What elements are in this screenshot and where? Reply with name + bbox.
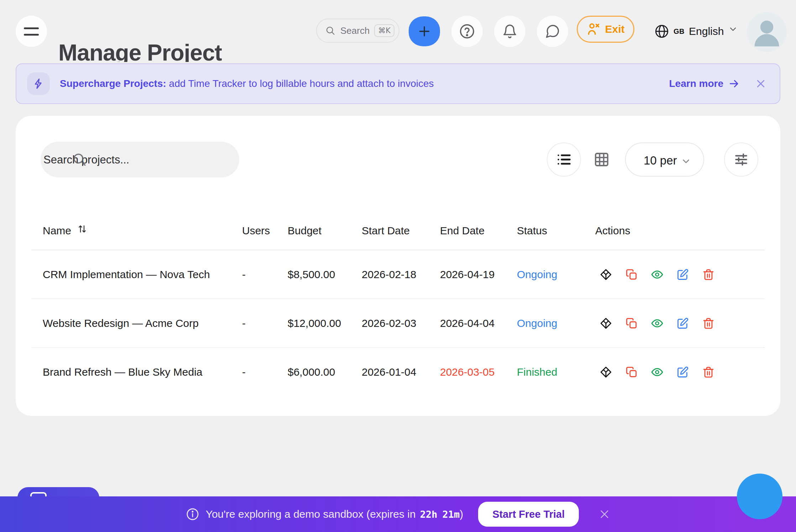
arrow-right-icon (728, 78, 740, 89)
info-icon (186, 507, 199, 521)
notifications-button[interactable] (494, 16, 525, 47)
copy-icon (625, 366, 638, 378)
column-header-start-date: Start Date (362, 225, 440, 237)
project-budget: $12,000.00 (288, 317, 362, 329)
delete-button[interactable] (702, 268, 714, 281)
trash-icon (702, 268, 714, 281)
eye-icon (651, 366, 663, 379)
search-icon (325, 26, 335, 36)
screen: Manage Project ⌘K Exit GB English Supe (0, 0, 796, 532)
project-start-date: 2026-02-18 (362, 268, 440, 281)
trash-icon (702, 317, 714, 329)
edit-button[interactable] (677, 268, 689, 281)
help-button[interactable] (451, 16, 483, 47)
page-title: Manage Project (58, 36, 222, 62)
trash-icon (702, 366, 714, 378)
edit-button[interactable] (677, 366, 689, 378)
projects-search[interactable] (41, 142, 239, 177)
hamburger-menu-button[interactable] (16, 16, 47, 47)
filter-button[interactable] (724, 142, 758, 177)
eye-icon (651, 317, 663, 330)
column-header-users: Users (242, 225, 288, 237)
global-search-input[interactable] (340, 25, 370, 37)
add-button[interactable] (409, 16, 440, 46)
edit-button[interactable] (677, 317, 689, 329)
promo-banner: Supercharge Projects: add Time Tracker t… (16, 63, 780, 104)
bell-icon (502, 24, 518, 39)
messages-button[interactable] (537, 16, 568, 47)
demo-sandbox-banner: You're exploring a demo sandbox (expires… (0, 496, 796, 532)
project-name: Website Redesign — Acme Corp (31, 317, 242, 329)
project-name: CRM Implementation — Nova Tech (31, 268, 242, 281)
chat-bubble-icon (545, 24, 560, 39)
copy-icon (625, 268, 638, 281)
filter-sliders-icon (734, 152, 749, 167)
chevron-down-icon (728, 24, 738, 34)
duplicate-button[interactable] (625, 317, 638, 329)
view-button[interactable] (651, 366, 663, 378)
global-search[interactable]: ⌘K (316, 19, 399, 43)
column-header-actions: Actions (595, 225, 765, 237)
chevron-down-icon (681, 156, 691, 167)
edit-icon (677, 317, 689, 329)
table-header-row: Name Users Budget Start Date End Date St… (31, 212, 765, 250)
project-users: - (242, 317, 288, 329)
keyboard-shortcut-badge: ⌘K (374, 24, 394, 37)
projects-table: Name Users Budget Start Date End Date St… (31, 212, 765, 396)
project-start-date: 2026-01-04 (362, 366, 440, 378)
project-status: Ongoing (517, 317, 595, 329)
projects-toolbar: 10 per (41, 142, 758, 177)
globe-icon (654, 24, 669, 39)
projects-search-input[interactable] (43, 142, 229, 178)
per-page-value: 10 per (644, 152, 677, 168)
package-button[interactable] (600, 317, 612, 329)
table-row[interactable]: Brand Refresh — Blue Sky Media - $6,000.… (31, 348, 765, 396)
package-button[interactable] (600, 366, 612, 378)
table-row[interactable]: Website Redesign — Acme Corp - $12,000.0… (31, 299, 765, 348)
view-button[interactable] (651, 317, 663, 329)
lightning-icon (27, 72, 50, 95)
package-button[interactable] (600, 268, 612, 281)
demo-message: You're exploring a demo sandbox (expires… (206, 508, 464, 520)
person-icon (747, 12, 787, 52)
demo-banner-close-button[interactable] (599, 508, 610, 520)
list-view-button[interactable] (547, 142, 581, 177)
edit-icon (677, 366, 689, 378)
view-button[interactable] (651, 268, 663, 281)
project-end-date: 2026-04-19 (440, 268, 517, 281)
exit-button[interactable]: Exit (577, 16, 634, 43)
language-selector[interactable]: GB English (654, 21, 738, 42)
promo-close-button[interactable] (755, 78, 766, 89)
grid-view-button[interactable] (593, 151, 610, 168)
table-row[interactable]: CRM Implementation — Nova Tech - $8,500.… (31, 250, 765, 299)
copy-icon (625, 317, 638, 329)
column-header-name[interactable]: Name (31, 225, 242, 237)
column-header-status: Status (517, 225, 595, 237)
list-view-icon (556, 152, 572, 167)
duplicate-button[interactable] (625, 366, 638, 378)
project-budget: $6,000.00 (288, 366, 362, 378)
project-name: Brand Refresh — Blue Sky Media (31, 366, 242, 378)
close-icon (599, 508, 610, 520)
learn-more-link[interactable]: Learn more (669, 78, 740, 89)
duplicate-button[interactable] (625, 268, 638, 281)
edit-icon (677, 268, 689, 281)
row-actions (595, 268, 765, 281)
start-free-trial-button[interactable]: Start Free Trial (478, 502, 579, 527)
row-actions (595, 366, 765, 378)
row-actions (595, 317, 765, 329)
column-header-budget: Budget (288, 225, 362, 237)
project-end-date: 2026-03-05 (440, 366, 517, 378)
chat-launcher-button[interactable] (737, 474, 782, 519)
expires-hours: 22h (420, 509, 438, 520)
project-users: - (242, 366, 288, 378)
per-page-select[interactable]: 10 per (625, 142, 704, 177)
delete-button[interactable] (702, 366, 714, 378)
project-status: Ongoing (517, 268, 595, 281)
grid-view-icon (593, 151, 610, 168)
language-label: English (689, 25, 724, 37)
delete-button[interactable] (702, 317, 714, 329)
user-avatar[interactable] (747, 12, 787, 52)
eye-icon (651, 268, 663, 281)
package-icon (600, 366, 612, 378)
